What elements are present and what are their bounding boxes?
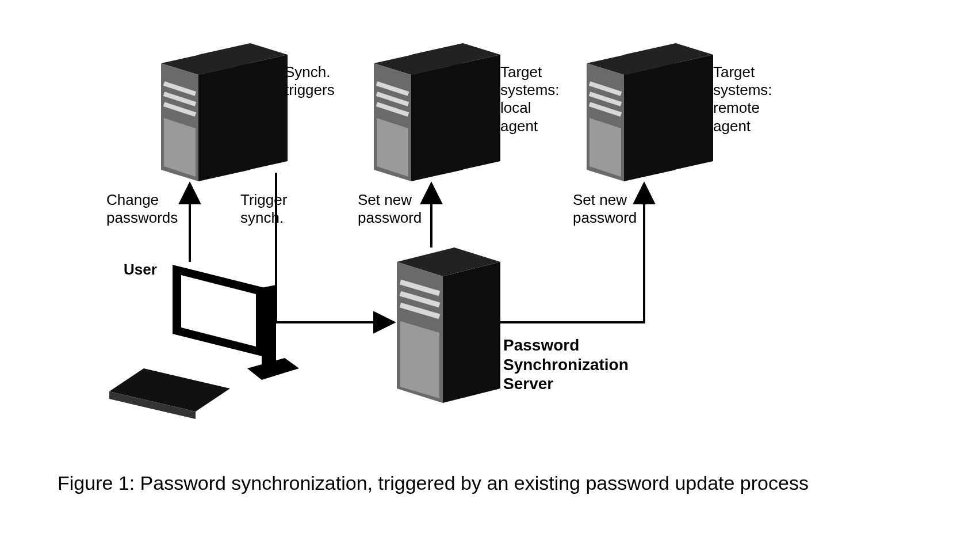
svg-line-5	[201, 96, 233, 106]
change-passwords-label: Change passwords	[106, 191, 178, 227]
svg-marker-43	[397, 262, 443, 403]
svg-marker-50	[181, 275, 256, 346]
svg-line-24	[377, 83, 408, 94]
figure-caption: Figure 1: Password synchronization, trig…	[58, 472, 809, 494]
svg-marker-16	[449, 55, 500, 173]
svg-line-31	[627, 75, 659, 85]
svg-marker-6	[201, 109, 233, 168]
synch-triggers-label: Synch. triggers	[285, 63, 335, 99]
svg-line-33	[627, 96, 659, 106]
svg-line-40	[589, 104, 621, 115]
svg-marker-30	[661, 55, 713, 173]
svg-marker-28	[624, 43, 713, 66]
svg-marker-44	[443, 262, 500, 403]
svg-line-39	[589, 94, 621, 104]
svg-marker-35	[587, 52, 676, 75]
svg-marker-53	[109, 368, 230, 412]
target-remote-agent-label: Target systems: remote agent	[713, 63, 772, 135]
diagram-canvas: User Change passwords Synch. triggers Tr…	[0, 0, 980, 556]
svg-line-3	[201, 75, 233, 85]
svg-line-11	[164, 94, 196, 104]
svg-line-46	[400, 294, 439, 305]
svg-line-32	[627, 85, 659, 96]
svg-marker-13	[164, 118, 196, 177]
svg-marker-54	[109, 391, 196, 419]
svg-marker-2	[236, 55, 288, 173]
svg-marker-22	[374, 63, 411, 181]
svg-marker-14	[411, 43, 500, 66]
svg-line-17	[414, 75, 446, 85]
svg-marker-27	[377, 118, 408, 177]
svg-marker-37	[624, 63, 676, 181]
pss-label: Password Synchronization Server	[503, 336, 629, 394]
svg-marker-49	[173, 265, 265, 357]
svg-line-10	[164, 83, 196, 94]
svg-marker-52	[247, 358, 299, 380]
svg-line-4	[201, 85, 233, 96]
svg-marker-7	[161, 52, 250, 75]
set-new-password-1-label: Set new password	[358, 191, 422, 227]
svg-marker-23	[411, 63, 463, 181]
svg-marker-51	[262, 285, 276, 373]
svg-line-18	[414, 85, 446, 96]
svg-line-26	[377, 104, 408, 115]
svg-marker-1	[198, 55, 236, 173]
svg-line-38	[589, 83, 621, 94]
svg-marker-42	[397, 247, 500, 276]
svg-marker-21	[374, 52, 463, 75]
svg-marker-29	[624, 55, 661, 173]
svg-marker-48	[400, 321, 439, 398]
svg-line-25	[377, 94, 408, 104]
target-local-agent-label: Target systems: local agent	[500, 63, 560, 135]
svg-marker-34	[627, 109, 659, 168]
svg-marker-20	[414, 109, 446, 168]
svg-marker-9	[198, 63, 250, 181]
svg-marker-15	[411, 55, 449, 173]
svg-marker-8	[161, 63, 198, 181]
svg-line-12	[164, 104, 196, 115]
set-new-password-2-label: Set new password	[573, 191, 637, 227]
svg-line-19	[414, 96, 446, 106]
svg-marker-41	[589, 118, 621, 177]
svg-marker-0	[198, 43, 288, 66]
trigger-synch-label: Trigger synch.	[240, 191, 287, 227]
user-label: User	[124, 261, 157, 279]
svg-line-47	[400, 305, 439, 317]
svg-marker-36	[587, 63, 624, 181]
svg-line-45	[400, 282, 439, 294]
